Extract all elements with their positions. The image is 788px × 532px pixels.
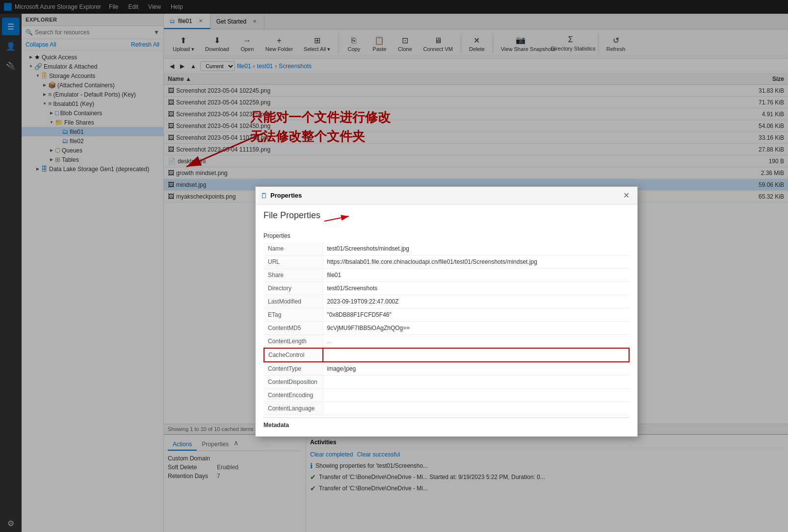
prop-key-8: CacheControl	[264, 348, 323, 362]
dialog-close-btn[interactable]: ✕	[620, 190, 632, 201]
properties-dialog: 🗒 Properties ✕ File Properties Propertie…	[255, 186, 638, 437]
prop-key-2: Share	[264, 269, 323, 282]
props-row-contentdisposition: ContentDisposition	[264, 376, 629, 389]
prop-val-5: "0x8DB88F1FCFD5F46"	[323, 308, 629, 322]
props-row-lastmodified: LastModified 2023-09-19T09:22:47.000Z	[264, 295, 629, 308]
prop-val-6: 9cVjMU9F7IBB5iOAgZhQOg==	[323, 322, 629, 335]
dialog-title-label: Properties	[270, 192, 620, 199]
prop-key-6: ContentMD5	[264, 322, 323, 335]
cache-control-input[interactable]	[327, 352, 625, 358]
dialog-icon: 🗒	[261, 192, 267, 200]
prop-val-9: image/jpeg	[323, 362, 629, 376]
metadata-section-header: Metadata	[263, 417, 630, 431]
props-row-cachecontrol: CacheControl	[264, 348, 629, 362]
prop-val-3: test01/Screenshots	[323, 282, 629, 295]
dialog-titlebar: 🗒 Properties ✕	[256, 187, 637, 204]
props-row-directory: Directory test01/Screenshots	[264, 282, 629, 295]
prop-val-1: https://lbsalab01.file.core.chinacloudap…	[323, 255, 629, 269]
prop-key-3: Directory	[264, 282, 323, 295]
prop-val-8[interactable]	[323, 348, 629, 362]
prop-key-11: ContentEncoding	[264, 389, 323, 402]
svg-line-3	[324, 216, 349, 221]
props-row-contentlanguage: ContentLanguage	[264, 402, 629, 415]
props-table: Name test01/Screenshots/mindset.jpg URL …	[263, 242, 630, 415]
dialog-content: File Properties Properties Name test01/S…	[256, 204, 637, 436]
props-row-contentencoding: ContentEncoding	[264, 389, 629, 402]
prop-key-5: ETag	[264, 308, 323, 322]
prop-val-11	[323, 389, 629, 402]
prop-key-7: ContentLength	[264, 335, 323, 349]
props-row-url: URL https://lbsalab01.file.core.chinaclo…	[264, 255, 629, 269]
props-table-body: Name test01/Screenshots/mindset.jpg URL …	[264, 242, 629, 415]
prop-key-1: URL	[264, 255, 323, 269]
props-row-etag: ETag "0x8DB88F1FCFD5F46"	[264, 308, 629, 322]
prop-val-0: test01/Screenshots/mindset.jpg	[323, 242, 629, 255]
props-row-contenttype: ContentType image/jpeg	[264, 362, 629, 376]
prop-key-10: ContentDisposition	[264, 376, 323, 389]
prop-val-12	[323, 402, 629, 415]
dialog-section-label: Properties	[263, 232, 630, 239]
dialog-heading: File Properties	[263, 210, 320, 221]
props-row-contentmd5: ContentMD5 9cVjMU9F7IBB5iOAgZhQOg==	[264, 322, 629, 335]
props-row-share: Share file01	[264, 269, 629, 282]
prop-val-7: ...	[323, 335, 629, 349]
prop-key-9: ContentType	[264, 362, 323, 376]
prop-key-12: ContentLanguage	[264, 402, 323, 415]
props-row-name: Name test01/Screenshots/mindset.jpg	[264, 242, 629, 255]
prop-val-10	[323, 376, 629, 389]
props-row-contentlength: ContentLength ...	[264, 335, 629, 349]
prop-val-2: file01	[323, 269, 629, 282]
prop-key-4: LastModified	[264, 295, 323, 308]
prop-key-0: Name	[264, 242, 323, 255]
dialog-heading-arrow	[324, 211, 354, 226]
prop-val-4: 2023-09-19T09:22:47.000Z	[323, 295, 629, 308]
